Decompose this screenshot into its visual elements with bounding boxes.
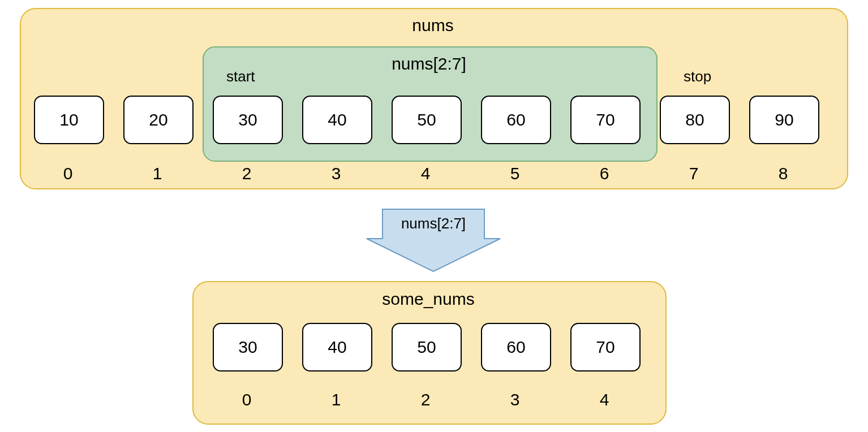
some-nums-index-2: 2 bbox=[392, 390, 459, 409]
diagram-canvas: nums nums[2:7] start stop 10 20 30 40 50… bbox=[0, 0, 868, 432]
nums-cell-3: 40 bbox=[302, 96, 372, 144]
slice-label: nums[2:7] bbox=[203, 54, 655, 74]
some-nums-cell-1: 40 bbox=[302, 323, 372, 371]
stop-label: stop bbox=[684, 68, 711, 85]
some-nums-index-1: 1 bbox=[302, 390, 370, 409]
nums-cell-7: 80 bbox=[660, 96, 730, 144]
nums-cell-0: 10 bbox=[34, 96, 104, 144]
some-nums-cell-3: 60 bbox=[481, 323, 551, 371]
some-nums-cell-4: 70 bbox=[570, 323, 641, 371]
nums-cell-2: 30 bbox=[213, 96, 283, 144]
nums-index-6: 6 bbox=[570, 164, 638, 183]
nums-index-8: 8 bbox=[749, 164, 817, 183]
some-nums-cell-0: 30 bbox=[213, 323, 283, 371]
nums-index-3: 3 bbox=[302, 164, 370, 183]
some-nums-title: some_nums bbox=[192, 290, 664, 309]
nums-index-0: 0 bbox=[34, 164, 102, 183]
nums-index-1: 1 bbox=[123, 164, 191, 183]
start-label: start bbox=[226, 68, 255, 85]
some-nums-index-3: 3 bbox=[481, 390, 549, 409]
nums-cell-1: 20 bbox=[123, 96, 194, 144]
nums-index-5: 5 bbox=[481, 164, 549, 183]
nums-index-2: 2 bbox=[213, 164, 281, 183]
nums-cell-6: 70 bbox=[570, 96, 641, 144]
nums-title: nums bbox=[20, 16, 846, 35]
nums-cell-8: 90 bbox=[749, 96, 819, 144]
some-nums-cell-2: 50 bbox=[392, 323, 462, 371]
nums-cell-5: 60 bbox=[481, 96, 551, 144]
nums-index-4: 4 bbox=[392, 164, 459, 183]
arrow-down-icon: nums[2:7] bbox=[366, 204, 501, 277]
nums-cell-4: 50 bbox=[392, 96, 462, 144]
arrow-label: nums[2:7] bbox=[383, 215, 484, 232]
nums-index-7: 7 bbox=[660, 164, 728, 183]
some-nums-index-4: 4 bbox=[570, 390, 638, 409]
some-nums-index-0: 0 bbox=[213, 390, 281, 409]
